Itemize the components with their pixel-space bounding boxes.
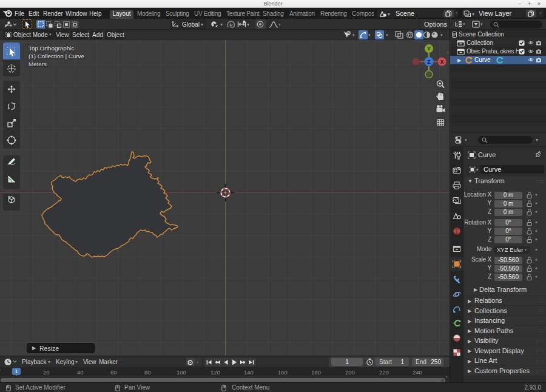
svg-text:‹: ‹ [447,50,449,55]
svg-text:Y: Y [427,46,431,52]
svg-text:X: X [440,59,443,65]
svg-text:Z: Z [427,59,431,65]
